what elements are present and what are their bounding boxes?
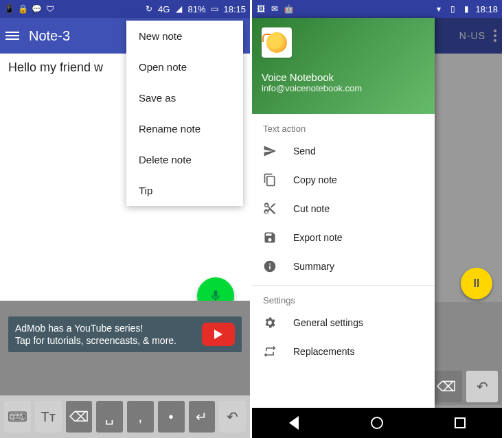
- drawer-item-summary[interactable]: Summary: [252, 252, 435, 281]
- page-title: Note-3: [29, 28, 70, 44]
- drawer-item-replacements[interactable]: Replacements: [252, 337, 435, 366]
- kb-backspace-icon[interactable]: ⌫: [431, 371, 462, 402]
- notif-icon: 📱: [4, 4, 14, 14]
- nav-home-icon[interactable]: [369, 415, 385, 430]
- drawer-item-label: Replacements: [293, 346, 355, 357]
- nav-recent-icon[interactable]: [453, 415, 468, 430]
- swap-icon: [263, 345, 277, 358]
- network-label: 4G: [158, 4, 170, 14]
- kb-keyboard-icon[interactable]: ⌨: [4, 401, 31, 433]
- clock-label: 18:15: [223, 4, 246, 14]
- drawer-item-label: Cut note: [293, 203, 330, 214]
- battery-icon: ▮: [461, 4, 471, 14]
- kb-space-icon[interactable]: ␣: [96, 401, 123, 433]
- drawer-item-label: Copy note: [293, 174, 337, 185]
- menu-rename-note[interactable]: Rename note: [126, 113, 243, 144]
- ad-banner[interactable]: AdMob has a YouTube series! Tap for tuto…: [8, 316, 242, 352]
- drawer-item-send[interactable]: Send: [252, 137, 435, 165]
- chat-icon: 💬: [32, 4, 41, 14]
- youtube-icon[interactable]: [202, 323, 235, 346]
- drawer-item-general-settings[interactable]: General settings: [252, 308, 435, 337]
- kb-backspace-icon[interactable]: ⌫: [66, 401, 93, 433]
- image-icon: 🖼: [256, 4, 266, 14]
- drawer-item-cut[interactable]: Cut note: [252, 194, 435, 223]
- ad-area: AdMob has a YouTube series! Tap for tuto…: [0, 301, 250, 395]
- drawer-header: Voice Notebook info@voicenotebook.com: [252, 18, 435, 114]
- no-sim-icon: ▯: [448, 4, 457, 14]
- phone-right: 🖼 ✉ 🤖 ▾ ▯ ▮ 18:18 N-US II ⌫ ↶ Voice Note…: [252, 0, 504, 438]
- save-icon: [263, 231, 277, 244]
- kb-period-icon[interactable]: •: [158, 401, 185, 433]
- signal-icon: ◢: [174, 4, 183, 14]
- statusbar: 📱 🔒 💬 🛡 ↻ 4G ◢ 81% ▭ 18:15: [0, 0, 250, 18]
- kb-comma-icon[interactable]: ,: [127, 401, 154, 433]
- drawer-item-label: Export note: [293, 232, 343, 243]
- sync-icon: ↻: [144, 4, 154, 14]
- drawer-item-copy[interactable]: Copy note: [252, 165, 435, 194]
- pause-fab[interactable]: II: [461, 268, 492, 299]
- send-icon: [263, 144, 277, 158]
- drawer-section-text-action: Text action: [252, 114, 435, 137]
- kb-undo-icon[interactable]: ↶: [219, 401, 246, 433]
- drawer-item-label: General settings: [293, 317, 363, 328]
- input-bar-dim: ⌫ ↶: [435, 302, 502, 405]
- ad-line2: Tap for tutorials, screencasts, & more.: [15, 334, 176, 347]
- drawer-section-settings: Settings: [252, 286, 435, 308]
- kb-enter-icon[interactable]: ↵: [189, 401, 216, 433]
- battery-icon: ▭: [209, 4, 219, 14]
- nav-back-icon[interactable]: [286, 415, 301, 430]
- menu-icon[interactable]: [5, 32, 19, 40]
- wifi-icon: ▾: [434, 4, 444, 14]
- clock-label: 18:18: [475, 4, 498, 14]
- nav-drawer: Voice Notebook info@voicenotebook.com Te…: [252, 18, 435, 408]
- gear-icon: [263, 316, 277, 330]
- cut-icon: [263, 202, 277, 216]
- menu-delete-note[interactable]: Delete note: [126, 144, 243, 175]
- battery-label: 81%: [187, 4, 205, 14]
- phone-left: 📱 🔒 💬 🛡 ↻ 4G ◢ 81% ▭ 18:15 Note-3 Hello …: [0, 0, 252, 438]
- app-logo-icon: [266, 32, 287, 53]
- kb-textsize-icon[interactable]: Tт: [35, 401, 62, 433]
- drawer-item-label: Send: [293, 146, 316, 157]
- drawer-item-label: Summary: [293, 261, 334, 272]
- menu-tip[interactable]: Tip: [126, 175, 243, 206]
- context-menu: New note Open note Save as Rename note D…: [126, 21, 243, 206]
- menu-new-note[interactable]: New note: [126, 21, 243, 51]
- ad-line1: AdMob has a YouTube series!: [15, 322, 176, 334]
- mail-icon: ✉: [270, 4, 279, 14]
- drawer-subtitle: info@voicenotebook.com: [262, 83, 425, 93]
- android-icon: 🤖: [284, 4, 293, 14]
- keyboard-toolbar: ⌨ Tт ⌫ ␣ , • ↵ ↶: [0, 395, 250, 438]
- app-logo: [262, 27, 292, 58]
- kb-undo-icon[interactable]: ↶: [466, 371, 498, 402]
- copy-icon: [263, 173, 277, 187]
- lock-icon: 🔒: [18, 4, 27, 14]
- android-navbar: [252, 408, 502, 438]
- menu-save-as[interactable]: Save as: [126, 82, 243, 113]
- drawer-item-export[interactable]: Export note: [252, 223, 435, 252]
- menu-open-note[interactable]: Open note: [126, 51, 243, 82]
- statusbar: 🖼 ✉ 🤖 ▾ ▯ ▮ 18:18: [252, 0, 502, 18]
- shield-icon: 🛡: [45, 4, 55, 14]
- info-icon: [263, 260, 277, 273]
- drawer-title: Voice Notebook: [262, 71, 425, 83]
